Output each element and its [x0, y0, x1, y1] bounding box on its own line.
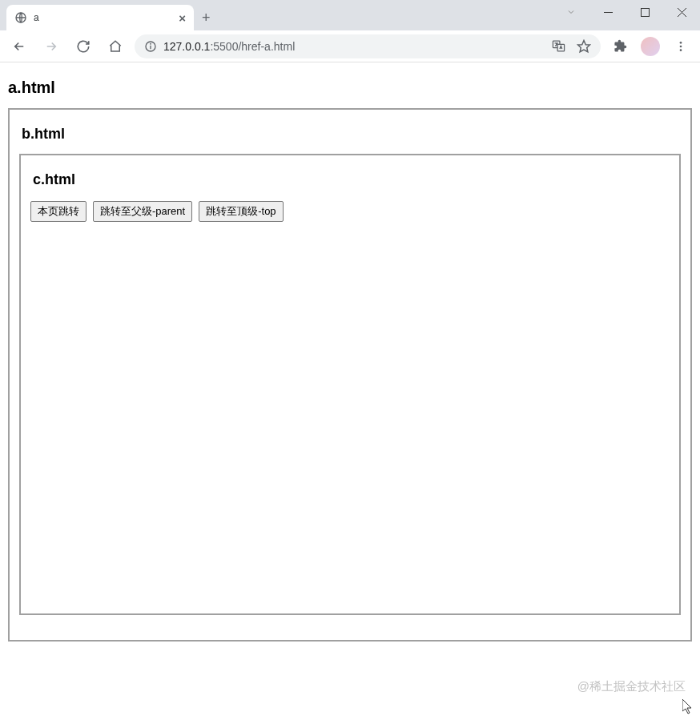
- browser-chrome: a × +: [0, 0, 700, 62]
- self-jump-button[interactable]: 本页跳转: [30, 201, 86, 222]
- svg-marker-8: [578, 40, 590, 51]
- minimize-button[interactable]: [589, 0, 626, 24]
- svg-point-5: [151, 43, 151, 44]
- url-path: /href-a.html: [238, 40, 295, 53]
- svg-rect-2: [641, 8, 649, 16]
- window-controls: [553, 0, 700, 24]
- page-content: a.html b.html c.html 本页跳转 跳转至父级-parent 跳…: [0, 62, 700, 650]
- b-heading: b.html: [22, 126, 681, 143]
- avatar[interactable]: [641, 37, 660, 56]
- browser-tab[interactable]: a ×: [6, 5, 194, 30]
- menu-icon[interactable]: [668, 34, 694, 59]
- svg-point-11: [680, 49, 682, 51]
- navbar: 127.0.0.1:5500/href-a.html: [0, 30, 700, 62]
- maximize-button[interactable]: [626, 0, 663, 24]
- c-heading: c.html: [33, 171, 670, 188]
- url-port: :5500: [210, 40, 238, 53]
- iframe-c: c.html 本页跳转 跳转至父级-parent 跳转至顶级-top: [19, 154, 681, 615]
- svg-point-9: [680, 42, 682, 44]
- globe-icon: [14, 11, 27, 24]
- plus-icon[interactable]: +: [202, 5, 211, 30]
- star-icon[interactable]: [577, 39, 591, 54]
- forward-icon[interactable]: [38, 34, 64, 59]
- close-icon[interactable]: ×: [179, 12, 186, 24]
- top-jump-button[interactable]: 跳转至顶级-top: [199, 201, 283, 222]
- info-icon[interactable]: [144, 40, 157, 53]
- toolbar-right: [607, 34, 694, 59]
- chevron-down-icon[interactable]: [553, 0, 589, 24]
- titlebar: a × +: [0, 0, 700, 30]
- tab-title: a: [34, 12, 39, 23]
- reload-icon[interactable]: [70, 34, 96, 59]
- svg-point-10: [680, 45, 682, 47]
- url-text: 127.0.0.1:5500/href-a.html: [163, 40, 295, 53]
- close-button[interactable]: [663, 0, 700, 24]
- iframe-b: b.html c.html 本页跳转 跳转至父级-parent 跳转至顶级-to…: [8, 108, 692, 642]
- a-heading: a.html: [8, 78, 692, 97]
- svg-rect-1: [604, 12, 613, 13]
- watermark: @稀土掘金技术社区: [577, 679, 686, 694]
- puzzle-icon[interactable]: [607, 34, 633, 59]
- home-icon[interactable]: [103, 34, 128, 59]
- button-row: 本页跳转 跳转至父级-parent 跳转至顶级-top: [30, 201, 670, 222]
- back-icon[interactable]: [6, 34, 32, 59]
- parent-jump-button[interactable]: 跳转至父级-parent: [93, 201, 192, 222]
- address-bar[interactable]: 127.0.0.1:5500/href-a.html: [135, 34, 601, 58]
- translate-icon[interactable]: [552, 39, 565, 53]
- cursor-icon: [682, 699, 694, 715]
- url-host: 127.0.0.1: [163, 40, 210, 53]
